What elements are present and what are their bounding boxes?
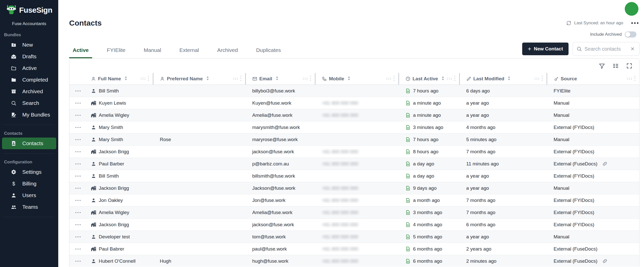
- contact-row[interactable]: Mary Smithmarysmith@fuse.work3 minutes a…: [69, 121, 639, 134]
- tab-active[interactable]: Active: [69, 47, 92, 58]
- sidebar-item-search[interactable]: Search: [2, 97, 56, 109]
- column-header-last_active[interactable]: Last Active: [399, 73, 460, 85]
- contact-row[interactable]: Jackson Briggjackson@fuse.work+61 400 00…: [69, 146, 639, 158]
- filter-icon[interactable]: [599, 63, 605, 69]
- contact-row[interactable]: Bill Smithbillsmith@fuse.worka day agoa …: [69, 170, 639, 182]
- column-drag-handle[interactable]: [627, 76, 632, 82]
- column-drag-handle[interactable]: [303, 76, 308, 82]
- sidebar-item-my-bundles[interactable]: My Bundles: [2, 109, 56, 121]
- column-menu-icon[interactable]: [393, 75, 395, 82]
- row-actions-menu[interactable]: [75, 90, 81, 92]
- sort-icon[interactable]: [123, 76, 128, 82]
- column-header-mobile[interactable]: Mobile: [316, 73, 399, 85]
- column-menu-icon[interactable]: [240, 75, 242, 82]
- contact-row[interactable]: Bill Smithbillyboi3@fuse.work7 hours ago…: [69, 85, 639, 97]
- column-drag-handle[interactable]: [534, 76, 539, 82]
- sidebar-item-users[interactable]: Users: [2, 189, 56, 201]
- column-header-last_modified[interactable]: Last Modified: [460, 73, 547, 85]
- page-more-menu[interactable]: [630, 21, 639, 25]
- column-header-source: Source: [547, 73, 639, 85]
- row-actions-menu[interactable]: [75, 139, 81, 141]
- sidebar-item-teams[interactable]: Teams: [2, 201, 56, 213]
- column-drag-handle[interactable]: [233, 76, 238, 82]
- row-actions-menu[interactable]: [75, 151, 81, 153]
- contact-row[interactable]: Paul Barberp@barbz.com.au+61 400 000 000…: [69, 158, 639, 170]
- person-contact-icon: [91, 198, 96, 203]
- tab-archived[interactable]: Archived: [214, 47, 242, 58]
- contact-row[interactable]: Developer testtom@fuse.work+61 400 000 0…: [69, 231, 639, 243]
- email: marysmith@fuse.work: [252, 125, 300, 130]
- row-actions-menu[interactable]: [75, 126, 81, 128]
- contact-row[interactable]: Hubert O'ConnellHughhugh@fuse.work+61 40…: [69, 255, 639, 266]
- fullscreen-icon[interactable]: [626, 63, 633, 69]
- sidebar-item-new[interactable]: New: [2, 39, 56, 51]
- column-menu-icon[interactable]: [454, 75, 456, 82]
- row-actions-menu[interactable]: [75, 260, 81, 262]
- row-actions-menu[interactable]: [75, 248, 81, 250]
- source: Manual: [554, 100, 569, 106]
- sidebar-item-drafts[interactable]: Drafts: [2, 51, 56, 62]
- user-avatar[interactable]: [625, 2, 638, 16]
- last-active: 8 hours ago: [413, 149, 438, 155]
- columns-icon[interactable]: [612, 63, 619, 69]
- last-modified: 11 minutes ago: [466, 161, 499, 167]
- column-drag-handle[interactable]: [141, 76, 146, 82]
- contact-row[interactable]: Jackson Briggjackson@fuse.work+61 400 00…: [69, 219, 639, 231]
- row-actions-menu[interactable]: [75, 199, 81, 201]
- contact-row[interactable]: Jon OakleyJon@fuse.work+61 400 000 000a …: [69, 194, 639, 206]
- row-actions-menu[interactable]: [75, 102, 81, 104]
- contact-row[interactable]: Jackson BriggJackson@fuse.work+61 400 00…: [69, 182, 639, 194]
- search-icon: [11, 100, 17, 106]
- row-actions-menu[interactable]: [75, 114, 81, 116]
- column-menu-icon[interactable]: [310, 75, 311, 82]
- tab-manual[interactable]: Manual: [140, 47, 165, 58]
- link-icon: [600, 161, 607, 166]
- column-header-preferred_name[interactable]: Preferred Name: [153, 73, 246, 85]
- full-name: Jackson Brigg: [99, 222, 129, 227]
- sidebar-item-archived[interactable]: Archived: [2, 86, 56, 97]
- sidebar-item-contacts[interactable]: Contacts: [2, 138, 56, 149]
- include-archived-toggle[interactable]: [625, 31, 636, 37]
- person-contact-icon: [91, 137, 96, 142]
- row-actions-menu[interactable]: [75, 187, 81, 189]
- contact-row[interactable]: Paul Babrerpaul@fuse.work+61 400 000 000…: [69, 243, 639, 255]
- column-drag-handle[interactable]: [386, 76, 391, 82]
- column-header-email[interactable]: Email: [246, 73, 316, 85]
- contact-row[interactable]: Amelia WigleyAmelia@fuse.work+61 400 000…: [69, 206, 639, 219]
- email: billyboi3@fuse.work: [252, 88, 295, 94]
- column-menu-icon[interactable]: [148, 75, 149, 82]
- search-input[interactable]: [584, 46, 627, 52]
- column-header-full_name[interactable]: Full Name: [89, 73, 153, 85]
- sidebar-item-settings[interactable]: Settings: [2, 166, 56, 178]
- sort-icon[interactable]: [346, 76, 351, 82]
- contact-row[interactable]: Kuyen LewisKuyen@fuse.work+61 400 000 00…: [69, 97, 639, 109]
- sort-icon[interactable]: [440, 76, 445, 82]
- new-contact-button[interactable]: + New Contact: [522, 43, 569, 55]
- last-modified: 7 months ago: [466, 210, 495, 215]
- contact-row[interactable]: Mary SmithRosemaryrose@fuse.work7 hours …: [69, 134, 639, 146]
- tab-external[interactable]: External: [176, 47, 202, 58]
- sort-icon[interactable]: [506, 76, 511, 82]
- tab-duplicates[interactable]: Duplicates: [252, 47, 284, 58]
- column-label: Mobile: [329, 76, 344, 82]
- column-menu-icon[interactable]: [541, 75, 543, 82]
- row-actions-menu[interactable]: [75, 163, 81, 165]
- sort-icon[interactable]: [205, 76, 209, 82]
- sort-icon[interactable]: [274, 76, 279, 82]
- row-actions-menu[interactable]: [75, 224, 81, 226]
- sidebar: FuseSign Fuse Accountants BundlesNewDraf…: [0, 0, 58, 267]
- clear-search-icon[interactable]: ✕: [629, 45, 636, 52]
- email: Amelia@fuse.work: [252, 210, 292, 215]
- contact-row[interactable]: Amelia WigleyAmelia@fuse.work+61 400 000…: [69, 109, 639, 121]
- sidebar-item-active[interactable]: Active: [2, 62, 56, 74]
- last-modified: 2 minutes ago: [466, 258, 496, 264]
- row-actions-menu[interactable]: [75, 212, 81, 214]
- tab-fyielite[interactable]: FYIElite: [103, 47, 129, 58]
- row-actions-menu[interactable]: [75, 175, 81, 177]
- full-name: Amelia Wigley: [99, 112, 129, 118]
- column-drag-handle[interactable]: [447, 76, 452, 82]
- sidebar-item-completed[interactable]: Completed: [2, 74, 56, 86]
- sidebar-item-billing[interactable]: $Billing: [2, 178, 56, 189]
- column-menu-icon[interactable]: [634, 75, 636, 82]
- row-actions-menu[interactable]: [75, 236, 81, 238]
